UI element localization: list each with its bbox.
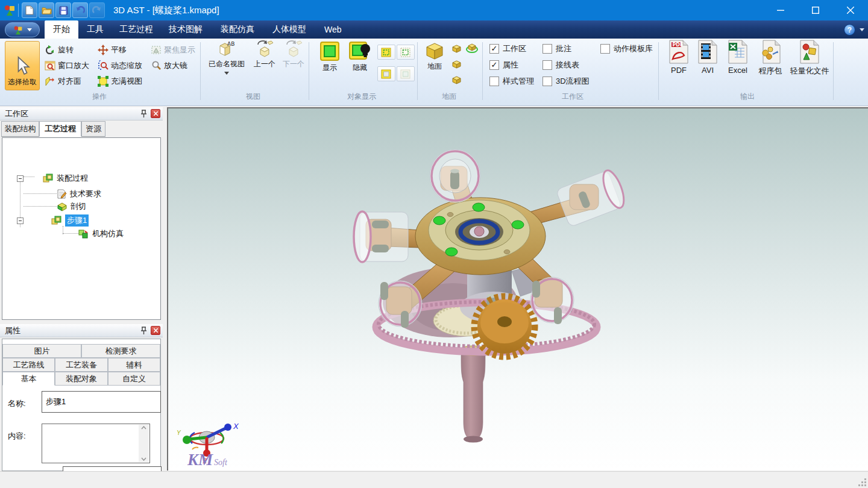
magnifier-button[interactable]: 放大镜 bbox=[151, 59, 187, 72]
resize-grip[interactable] bbox=[858, 478, 867, 487]
rotate-icon bbox=[45, 45, 55, 55]
glass-cylinder-top bbox=[430, 149, 480, 202]
tab-auxiliary-material[interactable]: 辅料 bbox=[108, 358, 160, 372]
checkbox-properties[interactable]: ✓ 属性 bbox=[489, 60, 518, 70]
checkbox-mark bbox=[542, 77, 552, 86]
hide-all-icon bbox=[400, 69, 411, 79]
help-button[interactable]: ? bbox=[844, 24, 855, 36]
export-package-button[interactable]: 程序包 bbox=[755, 40, 786, 77]
tab-tools[interactable]: 工具 bbox=[78, 20, 112, 39]
checkbox-workspace[interactable]: ✓ 工作区 bbox=[489, 43, 526, 54]
show-selected-button[interactable] bbox=[377, 45, 395, 60]
tabband-overflow-caret-icon[interactable] bbox=[860, 28, 864, 31]
export-pdf-button[interactable]: PDF PDF bbox=[665, 40, 692, 75]
pin-icon[interactable] bbox=[140, 327, 147, 335]
select-pick-button[interactable]: 选择拾取 bbox=[5, 41, 40, 90]
show-button[interactable]: 显示 bbox=[316, 41, 344, 73]
properties-body: 图片 检测要求 工艺路线 工艺装备 辅料 基本 装配对象 自定义 名称: 内容: bbox=[2, 339, 161, 471]
tab-assembly-structure[interactable]: 装配结构 bbox=[1, 121, 39, 137]
workspace-panel-close-button[interactable] bbox=[151, 109, 160, 118]
app-logo-icon bbox=[4, 4, 16, 19]
ground-medium-button[interactable] bbox=[451, 59, 462, 72]
application-menu-button[interactable] bbox=[5, 22, 40, 37]
tab-assembly-sim[interactable]: 装配仿真 bbox=[212, 20, 263, 39]
show-all-button[interactable] bbox=[397, 45, 415, 60]
align-face-icon bbox=[45, 76, 55, 87]
open-file-button[interactable] bbox=[39, 2, 54, 18]
rotate-button[interactable]: 旋转 bbox=[45, 43, 74, 57]
tab-process[interactable]: 工艺过程 bbox=[111, 20, 162, 39]
3d-viewport[interactable]: X Y Z KM Soft bbox=[167, 107, 868, 471]
close-button[interactable] bbox=[833, 0, 868, 20]
scroll-up-icon[interactable] bbox=[141, 426, 146, 430]
assembly-process-icon bbox=[43, 174, 54, 183]
pin-icon[interactable] bbox=[140, 110, 147, 118]
previous-view-icon bbox=[256, 40, 274, 58]
logo-km-text: KM bbox=[187, 451, 213, 469]
tree-node-section[interactable]: 剖切 bbox=[57, 201, 86, 212]
content-textarea[interactable] bbox=[42, 424, 150, 463]
export-avi-button[interactable]: AVI bbox=[694, 40, 721, 75]
ground-small-button[interactable] bbox=[451, 43, 462, 56]
window-zoom-button[interactable]: 窗口放大 bbox=[45, 59, 89, 72]
scroll-down-icon[interactable] bbox=[141, 457, 146, 461]
hide-selected-button[interactable] bbox=[377, 66, 395, 81]
tab-web[interactable]: Web bbox=[316, 20, 350, 39]
previous-view-button[interactable]: 上一个 bbox=[251, 40, 278, 69]
next-view-button[interactable]: 下一个 bbox=[280, 40, 307, 69]
tab-human-model[interactable]: 人体模型 bbox=[264, 20, 315, 39]
name-input[interactable] bbox=[42, 391, 161, 413]
dynamic-zoom-button[interactable]: 动态缩放 bbox=[98, 59, 142, 72]
ground-large-button[interactable] bbox=[451, 75, 462, 87]
tab-process-tree[interactable]: 工艺过程 bbox=[39, 121, 81, 137]
save-button[interactable] bbox=[55, 2, 71, 18]
checkbox-style-manager[interactable]: 样式管理 bbox=[489, 76, 534, 87]
export-lightweight-button[interactable]: 轻量化文件 bbox=[788, 40, 831, 77]
tab-inspection-req[interactable]: 检测要求 bbox=[81, 344, 160, 358]
checkbox-action-template-lib[interactable]: 动作模板库 bbox=[600, 43, 653, 54]
content-scrollbar[interactable] bbox=[139, 425, 149, 462]
maximize-icon bbox=[812, 7, 819, 14]
pan-arrows-icon bbox=[98, 45, 108, 55]
open-folder-icon bbox=[42, 6, 52, 14]
named-view-button[interactable]: AB 已命名视图 bbox=[204, 40, 250, 75]
tab-tech-diagram[interactable]: 技术图解 bbox=[160, 20, 211, 39]
tab-basic[interactable]: 基本 bbox=[2, 372, 55, 386]
tab-resources[interactable]: 资源 bbox=[81, 121, 105, 137]
hide-all-button[interactable] bbox=[397, 66, 415, 81]
tab-picture[interactable]: 图片 bbox=[2, 344, 81, 358]
tab-assembly-object[interactable]: 装配对象 bbox=[55, 372, 108, 386]
cursor-arrow-icon bbox=[14, 55, 30, 76]
panel-splitter[interactable] bbox=[163, 107, 167, 471]
fit-view-icon bbox=[98, 76, 108, 87]
redo-button[interactable] bbox=[89, 2, 105, 18]
checkbox-annotation[interactable]: 批注 bbox=[542, 43, 571, 54]
hide-button[interactable]: 隐藏 bbox=[346, 41, 374, 73]
tree-node-step1[interactable]: 步骤1 bbox=[17, 215, 89, 226]
checkbox-3d-flowchart[interactable]: 3D流程图 bbox=[542, 76, 590, 87]
focus-display-button[interactable]: 聚焦显示 bbox=[151, 43, 195, 57]
undo-button[interactable] bbox=[72, 2, 88, 18]
collapse-icon[interactable] bbox=[17, 175, 24, 182]
collapse-icon[interactable] bbox=[17, 217, 24, 224]
tab-process-equipment[interactable]: 工艺装备 bbox=[55, 358, 108, 372]
ground-button[interactable]: 地面 bbox=[421, 41, 448, 72]
properties-panel-close-button[interactable] bbox=[151, 326, 160, 335]
tree-node-assembly-process[interactable]: 装配过程 bbox=[17, 173, 88, 184]
checkbox-wiring-table[interactable]: 接线表 bbox=[542, 60, 579, 70]
fit-view-button[interactable]: 充满视图 bbox=[98, 75, 142, 88]
export-excel-button[interactable]: Excel bbox=[723, 40, 752, 75]
tab-home[interactable]: 开始 bbox=[45, 20, 78, 39]
checkbox-mark bbox=[542, 60, 552, 70]
ground-ring-button[interactable] bbox=[465, 42, 479, 56]
pan-button[interactable]: 平移 bbox=[98, 43, 127, 57]
maximize-button[interactable] bbox=[798, 0, 833, 20]
tab-custom[interactable]: 自定义 bbox=[108, 372, 160, 386]
minimize-button[interactable] bbox=[763, 0, 798, 20]
tree-node-mechanism-sim[interactable]: 机构仿真 bbox=[78, 228, 124, 239]
tree-node-tech-requirements[interactable]: 技术要求 bbox=[57, 189, 101, 199]
align-face-button[interactable]: 对齐面 bbox=[45, 75, 81, 88]
tab-process-route[interactable]: 工艺路线 bbox=[2, 358, 55, 372]
window-zoom-icon bbox=[45, 60, 55, 71]
new-file-button[interactable] bbox=[22, 2, 37, 18]
